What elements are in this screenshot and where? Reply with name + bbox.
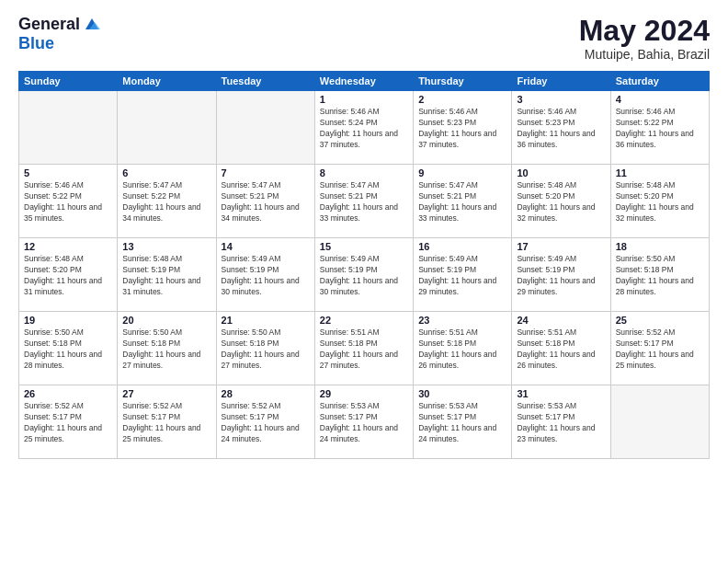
day-number: 1 (320, 94, 408, 105)
table-row: 8Sunrise: 5:47 AM Sunset: 5:21 PM Daylig… (314, 165, 413, 238)
day-info: Sunrise: 5:52 AM Sunset: 5:17 PM Dayligh… (122, 401, 210, 445)
table-row: 27Sunrise: 5:52 AM Sunset: 5:17 PM Dayli… (118, 385, 216, 459)
col-saturday: Saturday (610, 72, 709, 91)
table-row: 19Sunrise: 5:50 AM Sunset: 5:18 PM Dayli… (19, 312, 118, 385)
table-row: 25Sunrise: 5:52 AM Sunset: 5:17 PM Dayli… (610, 312, 709, 385)
day-info: Sunrise: 5:46 AM Sunset: 5:23 PM Dayligh… (517, 107, 605, 151)
day-info: Sunrise: 5:47 AM Sunset: 5:22 PM Dayligh… (122, 180, 210, 224)
day-info: Sunrise: 5:48 AM Sunset: 5:20 PM Dayligh… (517, 180, 605, 224)
day-number: 11 (616, 167, 704, 178)
col-wednesday: Wednesday (314, 72, 413, 91)
day-info: Sunrise: 5:51 AM Sunset: 5:18 PM Dayligh… (517, 327, 605, 372)
day-info: Sunrise: 5:47 AM Sunset: 5:21 PM Dayligh… (418, 180, 506, 224)
table-row: 4Sunrise: 5:46 AM Sunset: 5:22 PM Daylig… (610, 91, 709, 165)
calendar-header-row: Sunday Monday Tuesday Wednesday Thursday… (19, 72, 710, 91)
table-row (118, 91, 216, 165)
day-number: 29 (320, 388, 408, 399)
day-info: Sunrise: 5:48 AM Sunset: 5:19 PM Dayligh… (122, 254, 210, 298)
day-number: 14 (222, 241, 310, 252)
day-number: 31 (517, 388, 605, 399)
day-info: Sunrise: 5:46 AM Sunset: 5:23 PM Dayligh… (418, 107, 506, 151)
day-info: Sunrise: 5:49 AM Sunset: 5:19 PM Dayligh… (418, 254, 506, 298)
calendar-week-row: 1Sunrise: 5:46 AM Sunset: 5:24 PM Daylig… (19, 91, 710, 165)
day-number: 18 (616, 241, 704, 252)
col-friday: Friday (512, 72, 610, 91)
day-info: Sunrise: 5:46 AM Sunset: 5:22 PM Dayligh… (24, 180, 112, 224)
table-row: 7Sunrise: 5:47 AM Sunset: 5:21 PM Daylig… (216, 165, 314, 238)
day-info: Sunrise: 5:49 AM Sunset: 5:19 PM Dayligh… (517, 254, 605, 298)
calendar-week-row: 5Sunrise: 5:46 AM Sunset: 5:22 PM Daylig… (19, 165, 710, 238)
day-number: 9 (418, 167, 506, 178)
day-number: 13 (122, 241, 210, 252)
calendar-table: Sunday Monday Tuesday Wednesday Thursday… (18, 71, 710, 459)
table-row: 2Sunrise: 5:46 AM Sunset: 5:23 PM Daylig… (414, 91, 512, 165)
header: General Blue May 2024 Mutuipe, Bahia, Br… (18, 15, 710, 62)
table-row: 23Sunrise: 5:51 AM Sunset: 5:18 PM Dayli… (414, 312, 512, 385)
day-number: 30 (418, 388, 506, 399)
day-number: 12 (24, 241, 112, 252)
table-row: 12Sunrise: 5:48 AM Sunset: 5:20 PM Dayli… (19, 238, 118, 312)
col-sunday: Sunday (19, 72, 118, 91)
day-number: 5 (24, 167, 112, 178)
day-info: Sunrise: 5:50 AM Sunset: 5:18 PM Dayligh… (24, 327, 112, 372)
day-info: Sunrise: 5:53 AM Sunset: 5:17 PM Dayligh… (320, 401, 408, 445)
day-number: 27 (122, 388, 210, 399)
table-row: 13Sunrise: 5:48 AM Sunset: 5:19 PM Dayli… (118, 238, 216, 312)
day-info: Sunrise: 5:50 AM Sunset: 5:18 PM Dayligh… (222, 327, 310, 372)
day-number: 15 (320, 241, 408, 252)
table-row: 17Sunrise: 5:49 AM Sunset: 5:19 PM Dayli… (512, 238, 610, 312)
day-info: Sunrise: 5:50 AM Sunset: 5:18 PM Dayligh… (122, 327, 210, 372)
day-number: 6 (122, 167, 210, 178)
table-row: 9Sunrise: 5:47 AM Sunset: 5:21 PM Daylig… (414, 165, 512, 238)
day-info: Sunrise: 5:47 AM Sunset: 5:21 PM Dayligh… (320, 180, 408, 224)
calendar-week-row: 26Sunrise: 5:52 AM Sunset: 5:17 PM Dayli… (19, 385, 710, 459)
table-row: 22Sunrise: 5:51 AM Sunset: 5:18 PM Dayli… (314, 312, 413, 385)
day-number: 2 (418, 94, 506, 105)
table-row: 10Sunrise: 5:48 AM Sunset: 5:20 PM Dayli… (512, 165, 610, 238)
day-info: Sunrise: 5:52 AM Sunset: 5:17 PM Dayligh… (24, 401, 112, 445)
table-row: 1Sunrise: 5:46 AM Sunset: 5:24 PM Daylig… (314, 91, 413, 165)
day-number: 25 (616, 315, 704, 326)
calendar-week-row: 19Sunrise: 5:50 AM Sunset: 5:18 PM Dayli… (19, 312, 710, 385)
table-row: 26Sunrise: 5:52 AM Sunset: 5:17 PM Dayli… (19, 385, 118, 459)
day-number: 24 (517, 315, 605, 326)
table-row: 15Sunrise: 5:49 AM Sunset: 5:19 PM Dayli… (314, 238, 413, 312)
day-number: 10 (517, 167, 605, 178)
table-row: 30Sunrise: 5:53 AM Sunset: 5:17 PM Dayli… (414, 385, 512, 459)
day-info: Sunrise: 5:51 AM Sunset: 5:18 PM Dayligh… (320, 327, 408, 372)
calendar-week-row: 12Sunrise: 5:48 AM Sunset: 5:20 PM Dayli… (19, 238, 710, 312)
table-row: 3Sunrise: 5:46 AM Sunset: 5:23 PM Daylig… (512, 91, 610, 165)
table-row: 16Sunrise: 5:49 AM Sunset: 5:19 PM Dayli… (414, 238, 512, 312)
day-info: Sunrise: 5:48 AM Sunset: 5:20 PM Dayligh… (616, 180, 704, 224)
day-number: 4 (616, 94, 704, 105)
day-number: 8 (320, 167, 408, 178)
title-block: May 2024 Mutuipe, Bahia, Brazil (579, 15, 710, 62)
day-info: Sunrise: 5:46 AM Sunset: 5:24 PM Dayligh… (320, 107, 408, 151)
day-info: Sunrise: 5:51 AM Sunset: 5:18 PM Dayligh… (418, 327, 506, 372)
table-row: 31Sunrise: 5:53 AM Sunset: 5:17 PM Dayli… (512, 385, 610, 459)
day-number: 19 (24, 315, 112, 326)
day-number: 21 (222, 315, 310, 326)
location: Mutuipe, Bahia, Brazil (579, 47, 710, 62)
calendar-page: General Blue May 2024 Mutuipe, Bahia, Br… (0, 0, 728, 563)
table-row: 18Sunrise: 5:50 AM Sunset: 5:18 PM Dayli… (610, 238, 709, 312)
logo-general: General (18, 15, 80, 34)
table-row (610, 385, 709, 459)
table-row: 14Sunrise: 5:49 AM Sunset: 5:19 PM Dayli… (216, 238, 314, 312)
logo: General Blue (18, 15, 102, 53)
table-row: 21Sunrise: 5:50 AM Sunset: 5:18 PM Dayli… (216, 312, 314, 385)
table-row: 24Sunrise: 5:51 AM Sunset: 5:18 PM Dayli… (512, 312, 610, 385)
day-number: 28 (222, 388, 310, 399)
col-monday: Monday (118, 72, 216, 91)
table-row: 6Sunrise: 5:47 AM Sunset: 5:22 PM Daylig… (118, 165, 216, 238)
col-thursday: Thursday (414, 72, 512, 91)
table-row (19, 91, 118, 165)
day-number: 23 (418, 315, 506, 326)
day-info: Sunrise: 5:46 AM Sunset: 5:22 PM Dayligh… (616, 107, 704, 151)
logo-blue: Blue (18, 34, 102, 53)
day-info: Sunrise: 5:48 AM Sunset: 5:20 PM Dayligh… (24, 254, 112, 298)
day-info: Sunrise: 5:49 AM Sunset: 5:19 PM Dayligh… (222, 254, 310, 298)
day-info: Sunrise: 5:52 AM Sunset: 5:17 PM Dayligh… (222, 401, 310, 445)
logo-icon (82, 17, 102, 33)
day-info: Sunrise: 5:52 AM Sunset: 5:17 PM Dayligh… (616, 327, 704, 372)
